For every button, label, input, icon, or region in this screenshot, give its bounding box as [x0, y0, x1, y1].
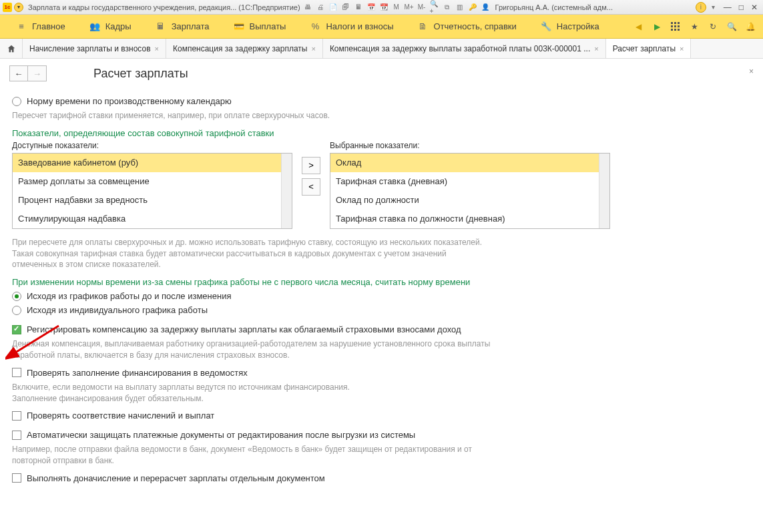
main-menu: ≡Главное 👥Кадры 🖩Зарплата 💳Выплаты %Нало… — [0, 15, 763, 39]
radio-icon[interactable] — [12, 292, 21, 301]
close-icon[interactable]: × — [155, 45, 159, 53]
history-icon[interactable]: ↻ — [707, 21, 719, 33]
radio-label: Исходя из графиков работы до и после изм… — [27, 291, 232, 301]
check-match[interactable]: Проверять соответствие начислений и выпл… — [12, 411, 751, 421]
compare-icon[interactable]: 🗐 — [340, 2, 351, 13]
bell-icon[interactable]: 🔔 — [744, 21, 756, 33]
svg-rect-8 — [678, 29, 680, 31]
home-tab[interactable] — [0, 39, 23, 58]
copy-icon[interactable]: ⧉ — [442, 2, 453, 13]
svg-rect-1 — [674, 22, 676, 24]
checkbox-icon[interactable] — [12, 368, 21, 377]
move-right-button[interactable]: > — [302, 157, 320, 174]
radio-icon[interactable] — [12, 306, 21, 315]
app-dropdown-icon[interactable]: ▾ — [14, 3, 23, 12]
menu-reports[interactable]: 🗎Отчетность, справки — [409, 17, 526, 36]
menu-taxes[interactable]: %Налоги и взносы — [300, 17, 403, 36]
content-area: Норму времени по производственному кален… — [0, 88, 763, 532]
close-icon[interactable]: × — [680, 45, 684, 53]
star-icon[interactable]: ★ — [688, 21, 700, 33]
expand-right-icon[interactable]: ▶ — [651, 21, 663, 33]
scrollbar[interactable] — [599, 154, 609, 228]
list-item[interactable]: Оклад по должности — [330, 191, 609, 210]
nav-forward-button[interactable]: → — [28, 65, 47, 81]
tab-accruals[interactable]: Начисление зарплаты и взносов× — [23, 39, 166, 58]
windows-icon[interactable]: ▥ — [455, 2, 465, 13]
hint-financing: Включите, если ведомости на выплату зарп… — [12, 382, 493, 405]
close-button[interactable]: ✕ — [748, 3, 760, 12]
doc-icon[interactable]: 📄 — [328, 2, 338, 13]
list-item[interactable]: Оклад — [330, 154, 609, 172]
scrollbar[interactable] — [281, 154, 292, 228]
dual-picker: Доступные показатели: Заведование кабине… — [12, 141, 751, 229]
menu-personnel-label: Кадры — [105, 21, 132, 31]
calc-icon[interactable]: 🖩 — [353, 2, 364, 13]
info-dd-icon[interactable]: ▾ — [708, 2, 719, 13]
check-label: Выполнять доначисление и перерасчет зарп… — [27, 473, 325, 483]
page-header: ← → Расчет зарплаты × — [0, 59, 763, 88]
tab-label: Начисление зарплаты и взносов — [29, 44, 151, 53]
close-page-button[interactable]: × — [749, 67, 754, 76]
tab-compensation[interactable]: Компенсация за задержку зарплаты× — [166, 39, 323, 58]
calendar-icon[interactable]: 📅 — [366, 2, 376, 13]
check-recalc[interactable]: Выполнять доначисление и перерасчет зарп… — [12, 473, 751, 483]
move-left-button[interactable]: < — [302, 178, 320, 196]
tab-salary-calc[interactable]: Расчет зарплаты× — [606, 39, 692, 58]
page-title: Расчет зарплаты — [93, 67, 188, 81]
user-icon[interactable]: 👤 — [480, 2, 491, 13]
list-item[interactable]: Тарифная ставка (дневная) — [330, 172, 609, 191]
checkbox-icon[interactable] — [12, 431, 21, 440]
list-item[interactable]: Размер доплаты за совмещение — [13, 172, 292, 191]
menu-payments-label: Выплаты — [250, 21, 286, 31]
zoom-in-icon[interactable]: 🔍+ — [429, 2, 440, 13]
radio-graphs[interactable]: Исходя из графиков работы до и после изм… — [12, 291, 751, 301]
list-item[interactable]: Процент надбавки за вредность — [13, 191, 292, 210]
wrench-icon: 🔧 — [541, 21, 551, 32]
m-icon[interactable]: M — [391, 2, 402, 13]
maximize-button[interactable]: □ — [736, 3, 746, 12]
close-icon[interactable]: × — [594, 45, 598, 53]
menu-personnel[interactable]: 👥Кадры — [80, 17, 141, 36]
selected-listbox[interactable]: Оклад Тарифная ставка (дневная) Оклад по… — [330, 153, 610, 229]
hint-compensation: Денежная компенсация, выплачиваемая рабо… — [12, 338, 493, 361]
menu-salary[interactable]: 🖩Зарплата — [146, 17, 219, 36]
list-item[interactable]: Тарифная ставка по должности (дневная) — [330, 210, 609, 228]
selected-label: Выбранные показатели: — [330, 141, 610, 150]
info-icon[interactable]: i — [696, 2, 706, 13]
tab-label: Компенсация за задержку выплаты заработн… — [330, 44, 590, 53]
m-plus-icon[interactable]: M+ — [404, 2, 415, 13]
apps-icon[interactable] — [670, 21, 682, 33]
check-protect[interactable]: Автоматически защищать платежные докумен… — [12, 430, 751, 440]
search-icon[interactable]: 🔍 — [726, 21, 738, 33]
check-label: Проверять соответствие начислений и выпл… — [27, 411, 214, 421]
radio-individual[interactable]: Исходя из индивидуального графика работы — [12, 305, 751, 315]
check-label: Регистрировать компенсацию за задержку в… — [27, 324, 461, 334]
print-icon[interactable]: 🖨 — [315, 2, 326, 13]
m-minus-icon[interactable]: M- — [417, 2, 427, 13]
nav-back-button[interactable]: ← — [9, 65, 28, 81]
checkbox-icon[interactable] — [12, 325, 21, 334]
list-item[interactable]: Стимулирующая надбавка — [13, 210, 292, 228]
minimize-button[interactable]: — — [721, 3, 734, 12]
check-financing[interactable]: Проверять заполнение финансирования в ве… — [12, 368, 751, 378]
svg-rect-5 — [678, 25, 680, 27]
key-icon[interactable]: 🔑 — [467, 2, 478, 13]
radio-label: Исходя из индивидуального графика работы — [27, 305, 208, 315]
collapse-left-icon[interactable]: ◀ — [632, 21, 644, 33]
user-label[interactable]: Григорьянц А.А. (системный адм... — [495, 3, 613, 11]
print-preview-icon[interactable]: 🖶 — [302, 2, 313, 13]
tab-compensation-doc[interactable]: Компенсация за задержку выплаты заработн… — [323, 39, 606, 58]
list-item[interactable]: Заведование кабинетом (руб) — [13, 154, 292, 172]
radio-norm-calendar[interactable]: Норму времени по производственному кален… — [12, 96, 751, 106]
menu-main[interactable]: ≡Главное — [7, 17, 75, 36]
check-compensation[interactable]: Регистрировать компенсацию за задержку в… — [12, 324, 751, 334]
menu-payments[interactable]: 💳Выплаты — [224, 17, 296, 36]
check-label: Проверять заполнение финансирования в ве… — [27, 368, 248, 378]
menu-settings[interactable]: 🔧Настройка — [531, 17, 609, 36]
date-icon[interactable]: 📆 — [378, 2, 389, 13]
close-icon[interactable]: × — [311, 45, 315, 53]
checkbox-icon[interactable] — [12, 473, 21, 483]
checkbox-icon[interactable] — [12, 411, 21, 421]
available-listbox[interactable]: Заведование кабинетом (руб) Размер допла… — [12, 153, 292, 229]
radio-icon[interactable] — [12, 97, 21, 106]
